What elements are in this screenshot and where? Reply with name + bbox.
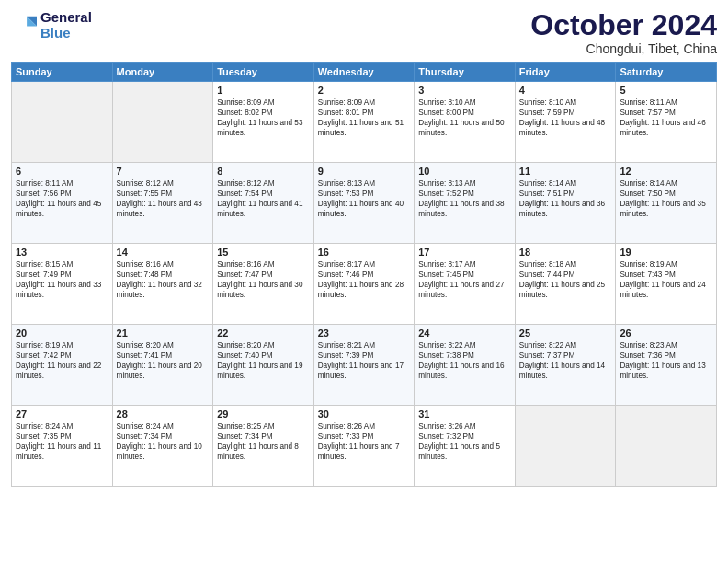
calendar-cell: 27Sunrise: 8:24 AM Sunset: 7:35 PM Dayli… bbox=[12, 406, 113, 487]
calendar-week-row: 1Sunrise: 8:09 AM Sunset: 8:02 PM Daylig… bbox=[12, 82, 717, 163]
calendar-cell bbox=[112, 82, 213, 163]
cell-info: Sunrise: 8:09 AM Sunset: 8:02 PM Dayligh… bbox=[217, 98, 310, 138]
calendar-cell: 23Sunrise: 8:21 AM Sunset: 7:39 PM Dayli… bbox=[313, 325, 415, 406]
cell-info: Sunrise: 8:16 AM Sunset: 7:47 PM Dayligh… bbox=[217, 259, 310, 300]
day-number: 13 bbox=[16, 247, 108, 258]
calendar-cell: 3Sunrise: 8:10 AM Sunset: 8:00 PM Daylig… bbox=[415, 82, 516, 163]
calendar-cell: 13Sunrise: 8:15 AM Sunset: 7:49 PM Dayli… bbox=[12, 244, 113, 325]
day-number: 18 bbox=[519, 247, 612, 258]
cell-info: Sunrise: 8:17 AM Sunset: 7:46 PM Dayligh… bbox=[318, 259, 411, 300]
calendar-cell: 26Sunrise: 8:23 AM Sunset: 7:36 PM Dayli… bbox=[616, 325, 717, 406]
day-number: 22 bbox=[217, 327, 310, 339]
cell-info: Sunrise: 8:11 AM Sunset: 7:56 PM Dayligh… bbox=[16, 178, 108, 219]
calendar-cell: 5Sunrise: 8:11 AM Sunset: 7:57 PM Daylig… bbox=[616, 82, 717, 163]
day-number: 20 bbox=[16, 327, 108, 339]
calendar-cell: 18Sunrise: 8:18 AM Sunset: 7:44 PM Dayli… bbox=[515, 244, 616, 325]
cell-info: Sunrise: 8:24 AM Sunset: 7:35 PM Dayligh… bbox=[16, 421, 108, 462]
calendar-cell: 17Sunrise: 8:17 AM Sunset: 7:45 PM Dayli… bbox=[415, 244, 516, 325]
calendar-week-row: 13Sunrise: 8:15 AM Sunset: 7:49 PM Dayli… bbox=[12, 244, 717, 325]
day-number: 30 bbox=[318, 408, 411, 419]
cell-info: Sunrise: 8:13 AM Sunset: 7:52 PM Dayligh… bbox=[418, 178, 511, 219]
day-number: 23 bbox=[318, 327, 411, 339]
calendar-cell: 21Sunrise: 8:20 AM Sunset: 7:41 PM Dayli… bbox=[112, 325, 213, 406]
cell-info: Sunrise: 8:09 AM Sunset: 8:01 PM Dayligh… bbox=[318, 98, 411, 138]
calendar-cell: 1Sunrise: 8:09 AM Sunset: 8:02 PM Daylig… bbox=[213, 82, 314, 163]
calendar: SundayMondayTuesdayWednesdayThursdayFrid… bbox=[11, 62, 717, 487]
calendar-cell: 25Sunrise: 8:22 AM Sunset: 7:37 PM Dayli… bbox=[515, 325, 616, 406]
calendar-cell: 6Sunrise: 8:11 AM Sunset: 7:56 PM Daylig… bbox=[12, 163, 113, 244]
calendar-cell: 24Sunrise: 8:22 AM Sunset: 7:38 PM Dayli… bbox=[415, 325, 516, 406]
day-number: 24 bbox=[418, 327, 511, 339]
calendar-cell: 29Sunrise: 8:25 AM Sunset: 7:34 PM Dayli… bbox=[213, 406, 314, 487]
day-number: 10 bbox=[418, 166, 511, 177]
calendar-cell: 2Sunrise: 8:09 AM Sunset: 8:01 PM Daylig… bbox=[313, 82, 415, 163]
day-number: 1 bbox=[217, 85, 310, 96]
day-number: 29 bbox=[217, 408, 310, 419]
calendar-cell: 16Sunrise: 8:17 AM Sunset: 7:46 PM Dayli… bbox=[313, 244, 415, 325]
calendar-cell: 15Sunrise: 8:16 AM Sunset: 7:47 PM Dayli… bbox=[213, 244, 314, 325]
calendar-cell: 10Sunrise: 8:13 AM Sunset: 7:52 PM Dayli… bbox=[415, 163, 516, 244]
calendar-cell: 11Sunrise: 8:14 AM Sunset: 7:51 PM Dayli… bbox=[515, 163, 616, 244]
cell-info: Sunrise: 8:10 AM Sunset: 8:00 PM Dayligh… bbox=[418, 98, 511, 138]
cell-info: Sunrise: 8:20 AM Sunset: 7:40 PM Dayligh… bbox=[217, 340, 310, 381]
calendar-day-header: Sunday bbox=[12, 63, 113, 82]
cell-info: Sunrise: 8:15 AM Sunset: 7:49 PM Dayligh… bbox=[16, 259, 108, 300]
day-number: 19 bbox=[620, 247, 712, 258]
cell-info: Sunrise: 8:14 AM Sunset: 7:51 PM Dayligh… bbox=[519, 178, 612, 219]
header: General Blue October 2024 Chongdui, Tibe… bbox=[11, 9, 717, 56]
calendar-day-header: Thursday bbox=[415, 63, 516, 82]
calendar-cell: 20Sunrise: 8:19 AM Sunset: 7:42 PM Dayli… bbox=[12, 325, 113, 406]
calendar-cell: 7Sunrise: 8:12 AM Sunset: 7:55 PM Daylig… bbox=[112, 163, 213, 244]
calendar-day-header: Monday bbox=[112, 63, 213, 82]
day-number: 7 bbox=[117, 166, 210, 177]
cell-info: Sunrise: 8:22 AM Sunset: 7:37 PM Dayligh… bbox=[519, 340, 612, 381]
cell-info: Sunrise: 8:24 AM Sunset: 7:34 PM Dayligh… bbox=[117, 421, 210, 462]
day-number: 6 bbox=[16, 166, 108, 177]
calendar-cell: 28Sunrise: 8:24 AM Sunset: 7:34 PM Dayli… bbox=[112, 406, 213, 487]
logo-icon bbox=[11, 12, 37, 38]
day-number: 27 bbox=[16, 408, 108, 419]
calendar-week-row: 27Sunrise: 8:24 AM Sunset: 7:35 PM Dayli… bbox=[12, 406, 717, 487]
cell-info: Sunrise: 8:19 AM Sunset: 7:43 PM Dayligh… bbox=[620, 259, 712, 300]
page-container: General Blue October 2024 Chongdui, Tibe… bbox=[0, 0, 728, 563]
day-number: 25 bbox=[519, 327, 612, 339]
day-number: 12 bbox=[620, 166, 712, 177]
calendar-day-header: Wednesday bbox=[313, 63, 415, 82]
cell-info: Sunrise: 8:20 AM Sunset: 7:41 PM Dayligh… bbox=[117, 340, 210, 381]
cell-info: Sunrise: 8:11 AM Sunset: 7:57 PM Dayligh… bbox=[620, 98, 712, 138]
calendar-cell: 12Sunrise: 8:14 AM Sunset: 7:50 PM Dayli… bbox=[616, 163, 717, 244]
day-number: 5 bbox=[620, 85, 712, 96]
cell-info: Sunrise: 8:13 AM Sunset: 7:53 PM Dayligh… bbox=[318, 178, 411, 219]
cell-info: Sunrise: 8:22 AM Sunset: 7:38 PM Dayligh… bbox=[418, 340, 511, 381]
day-number: 16 bbox=[318, 247, 411, 258]
logo: General Blue bbox=[11, 9, 92, 41]
day-number: 11 bbox=[519, 166, 612, 177]
cell-info: Sunrise: 8:18 AM Sunset: 7:44 PM Dayligh… bbox=[519, 259, 612, 300]
day-number: 31 bbox=[418, 408, 511, 419]
cell-info: Sunrise: 8:25 AM Sunset: 7:34 PM Dayligh… bbox=[217, 421, 310, 462]
day-number: 17 bbox=[418, 247, 511, 258]
calendar-day-header: Saturday bbox=[616, 63, 717, 82]
day-number: 8 bbox=[217, 166, 310, 177]
cell-info: Sunrise: 8:12 AM Sunset: 7:54 PM Dayligh… bbox=[217, 178, 310, 219]
location: Chongdui, Tibet, China bbox=[530, 41, 717, 56]
cell-info: Sunrise: 8:21 AM Sunset: 7:39 PM Dayligh… bbox=[318, 340, 411, 381]
cell-info: Sunrise: 8:23 AM Sunset: 7:36 PM Dayligh… bbox=[620, 340, 712, 381]
calendar-cell: 4Sunrise: 8:10 AM Sunset: 7:59 PM Daylig… bbox=[515, 82, 616, 163]
cell-info: Sunrise: 8:17 AM Sunset: 7:45 PM Dayligh… bbox=[418, 259, 511, 300]
month-title: October 2024 bbox=[530, 9, 717, 41]
calendar-cell bbox=[12, 82, 113, 163]
calendar-cell: 9Sunrise: 8:13 AM Sunset: 7:53 PM Daylig… bbox=[313, 163, 415, 244]
calendar-day-header: Tuesday bbox=[213, 63, 314, 82]
cell-info: Sunrise: 8:12 AM Sunset: 7:55 PM Dayligh… bbox=[117, 178, 210, 219]
cell-info: Sunrise: 8:26 AM Sunset: 7:32 PM Dayligh… bbox=[418, 421, 511, 462]
day-number: 9 bbox=[318, 166, 411, 177]
calendar-cell: 8Sunrise: 8:12 AM Sunset: 7:54 PM Daylig… bbox=[213, 163, 314, 244]
calendar-cell: 31Sunrise: 8:26 AM Sunset: 7:32 PM Dayli… bbox=[415, 406, 516, 487]
calendar-day-header: Friday bbox=[515, 63, 616, 82]
calendar-cell bbox=[616, 406, 717, 487]
cell-info: Sunrise: 8:14 AM Sunset: 7:50 PM Dayligh… bbox=[620, 178, 712, 219]
day-number: 26 bbox=[620, 327, 712, 339]
cell-info: Sunrise: 8:10 AM Sunset: 7:59 PM Dayligh… bbox=[519, 98, 612, 138]
day-number: 14 bbox=[117, 247, 210, 258]
